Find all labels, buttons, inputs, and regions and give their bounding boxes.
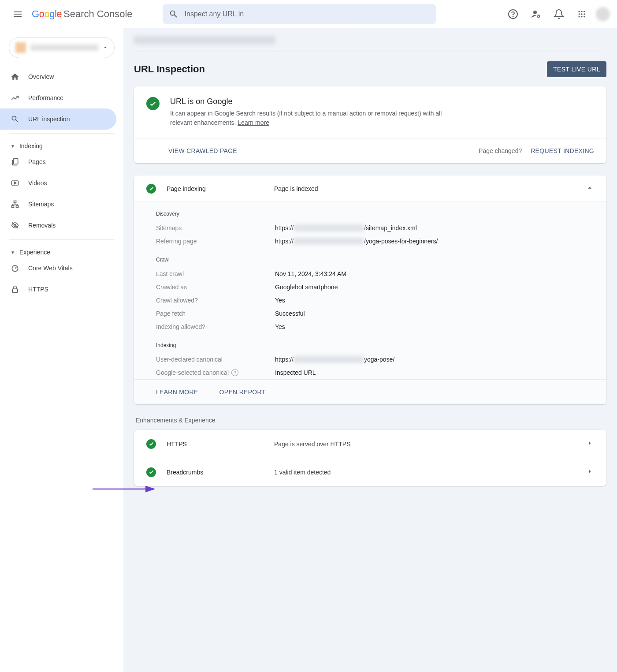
page-indexing-toggle[interactable]: Page indexing Page is indexed: [134, 175, 606, 202]
chevron-down-icon: [103, 45, 108, 50]
page-title: URL Inspection: [134, 63, 205, 75]
property-selector[interactable]: [9, 37, 115, 58]
kv-row: Page fetchSuccessful: [134, 307, 606, 320]
sidebar-label: URL inspection: [28, 116, 70, 123]
property-favicon: [15, 42, 26, 53]
status-title: URL is on Google: [170, 97, 461, 106]
section-label: Experience: [19, 249, 50, 256]
gauge-icon: [11, 264, 19, 273]
notifications-button[interactable]: [550, 5, 568, 23]
redacted-domain: [250, 10, 347, 18]
page-changed-text: Page changed?: [479, 147, 522, 154]
accordion-label: Page indexing: [167, 185, 264, 192]
enhancements-card: HTTPSPage is served over HTTPSBreadcrumb…: [134, 430, 606, 486]
svg-rect-20: [12, 289, 18, 292]
sidebar-item-performance[interactable]: Performance: [0, 87, 116, 108]
sidebar-item-url-inspection[interactable]: URL inspection: [0, 108, 116, 130]
sidebar-label: Performance: [28, 94, 63, 101]
sidebar-item-removals[interactable]: Removals: [0, 215, 116, 236]
sidebar-item-overview[interactable]: Overview: [0, 66, 116, 87]
section-discovery-title: Discovery: [134, 202, 606, 221]
status-subtitle: It can appear in Google Search results (…: [170, 109, 461, 127]
sidebar-item-pages[interactable]: Pages: [0, 151, 116, 172]
svg-point-8: [581, 13, 582, 15]
apps-grid-icon: [577, 10, 586, 19]
app-header: Google Search Console Inspect any URL in: [0, 0, 617, 28]
success-check-icon: [146, 439, 156, 449]
svg-rect-17: [16, 205, 19, 207]
learn-more-button[interactable]: LEARN MORE: [156, 386, 198, 398]
chevron-up-icon: [585, 183, 594, 194]
sidebar: Overview Performance URL inspection ▼Ind…: [0, 28, 123, 672]
svg-point-6: [584, 11, 585, 12]
enhancement-row[interactable]: Breadcrumbs1 valid item detected: [134, 458, 606, 486]
svg-point-12: [584, 16, 585, 17]
kv-google-canonical: Google-selected canonical ?Inspected URL: [134, 366, 606, 379]
home-icon: [11, 72, 19, 81]
open-report-button[interactable]: OPEN REPORT: [219, 386, 266, 398]
chevron-right-icon: [585, 439, 594, 449]
main-content: URL Inspection TEST LIVE URL URL is on G…: [123, 28, 617, 672]
manage-users-button[interactable]: [527, 5, 545, 23]
sidebar-item-cwv[interactable]: Core Web Vitals: [0, 258, 116, 279]
divider: [9, 133, 115, 134]
kv-row: Crawl allowed?Yes: [134, 294, 606, 307]
help-tooltip-icon[interactable]: ?: [231, 369, 238, 376]
product-name: Search Console: [63, 8, 133, 20]
url-search-bar[interactable]: Inspect any URL in: [163, 4, 436, 24]
help-icon: [508, 9, 518, 19]
svg-rect-16: [12, 205, 14, 207]
enhancement-row[interactable]: HTTPSPage is served over HTTPS: [134, 430, 606, 458]
sidebar-item-videos[interactable]: Videos: [0, 172, 116, 194]
kv-sitemaps: Sitemapshttps:///sitemap_index.xml: [134, 221, 606, 235]
account-avatar[interactable]: [596, 7, 610, 21]
kv-row: Crawled asGooglebot smartphone: [134, 280, 606, 294]
svg-rect-13: [14, 159, 18, 164]
learn-more-link[interactable]: Learn more: [238, 119, 269, 126]
sidebar-label: Overview: [28, 73, 54, 80]
svg-point-2: [533, 11, 537, 14]
view-crawled-page-button[interactable]: VIEW CRAWLED PAGE: [168, 145, 237, 157]
google-logo: Google: [32, 8, 62, 20]
divider: [9, 239, 115, 240]
accordion-body: Discovery Sitemapshttps:///sitemap_index…: [134, 202, 606, 404]
section-indexing-title: Indexing: [134, 333, 606, 353]
lock-icon: [11, 285, 19, 294]
status-card: URL is on Google It can appear in Google…: [134, 86, 606, 163]
svg-point-4: [579, 11, 580, 12]
svg-point-5: [581, 11, 582, 12]
sidebar-label: Videos: [28, 179, 47, 187]
eye-off-icon: [11, 221, 19, 230]
main-menu-button[interactable]: [7, 4, 28, 25]
page-indexing-card: Page indexing Page is indexed Discovery …: [134, 175, 606, 404]
sidebar-item-sitemaps[interactable]: Sitemaps: [0, 194, 116, 215]
sidebar-item-https[interactable]: HTTPS: [0, 279, 116, 300]
search-placeholder: Inspect any URL in: [185, 10, 244, 18]
sidebar-section-indexing[interactable]: ▼Indexing: [0, 137, 123, 151]
search-icon: [169, 9, 178, 19]
trend-icon: [11, 93, 19, 102]
sidebar-label: Removals: [28, 222, 56, 229]
request-indexing-button[interactable]: REQUEST INDEXING: [531, 145, 594, 157]
bell-icon: [554, 9, 564, 19]
sitemap-icon: [11, 200, 19, 209]
help-button[interactable]: [504, 5, 522, 23]
svg-point-3: [538, 15, 539, 17]
redacted-url: [134, 36, 275, 44]
accordion-value: Page is indexed: [274, 185, 575, 192]
test-live-url-button[interactable]: TEST LIVE URL: [547, 61, 606, 77]
svg-point-9: [584, 13, 585, 15]
logo: Google Search Console: [32, 8, 133, 20]
svg-point-11: [581, 16, 582, 17]
sidebar-section-experience[interactable]: ▼Experience: [0, 243, 123, 258]
search-icon: [11, 115, 19, 123]
enhancements-title: Enhancements & Experience: [136, 417, 606, 424]
breadcrumb: [134, 28, 606, 52]
section-crawl-title: Crawl: [134, 248, 606, 267]
page-header: URL Inspection TEST LIVE URL: [134, 52, 606, 86]
apps-button[interactable]: [573, 5, 591, 23]
svg-point-19: [12, 265, 18, 271]
kv-row: Last crawlNov 11, 2024, 3:43:24 AM: [134, 267, 606, 280]
sidebar-label: Pages: [28, 158, 46, 165]
redacted-property-name: [30, 45, 98, 51]
